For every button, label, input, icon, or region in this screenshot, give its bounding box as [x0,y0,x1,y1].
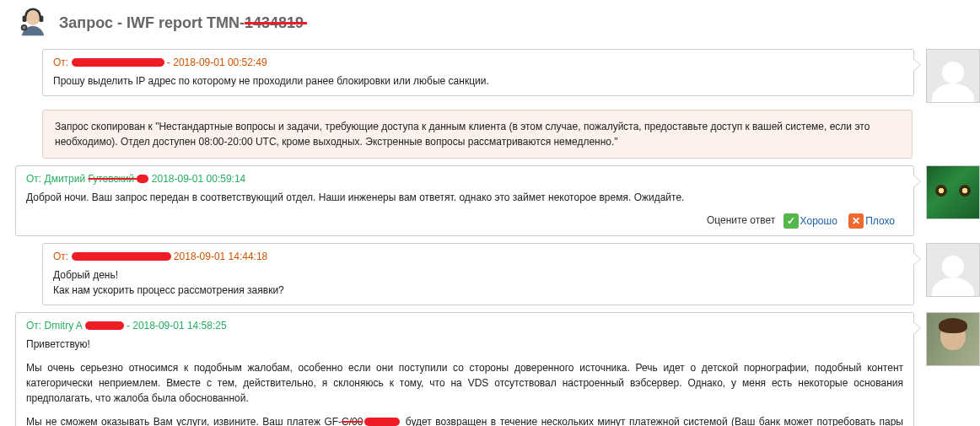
message-timestamp: 2018-09-01 14:44:18 [174,251,267,262]
message-row: От: Дмитрий Гутовский 2018-09-01 00:59:1… [0,165,980,236]
message-meta: От: - 2018-09-01 00:52:49 [53,57,903,68]
author-name-redacted: Гутовский [89,173,137,185]
system-notice-text: Запрос скопирован к "Нестандартные вопро… [55,119,900,149]
message-row: От: 2018-09-01 14:44:18 Добрый день! Как… [0,243,980,305]
ticket-title-text: Запрос - IWF report TMN- [59,14,245,31]
message-meta: От: Dmitry A - 2018-09-01 14:58:25 [26,320,903,332]
message-bubble-staff: От: Dmitry A - 2018-09-01 14:58:25 Приве… [15,312,914,426]
message-timestamp: 2018-09-01 00:52:49 [173,57,267,68]
avatar-anonymous [926,49,980,103]
rate-row: Оцените ответ ✓Хорошо ✕Плохо [26,213,903,229]
avatar-staff [926,312,980,366]
avatar-anonymous [926,243,980,297]
author-name: Dmitry A [45,320,83,332]
thumbs-down-icon[interactable]: ✕ [848,213,864,229]
svg-point-4 [23,26,26,30]
ticket-title: Запрос - IWF report TMN-1434819 [59,14,304,32]
rate-good-button[interactable]: Хорошо [800,215,837,227]
ticket-header: Запрос - IWF report TMN-1434819 [0,0,980,49]
author-name: Дмитрий [45,173,89,185]
system-row: Запрос скопирован к "Нестандартные вопро… [0,110,980,159]
message-timestamp: 2018-09-01 00:59:14 [152,173,245,185]
payment-id-redacted: C/00 [342,416,363,426]
message-body: Добрый день! Как нам ускорить процесс ра… [53,267,903,298]
message-row: От: Dmitry A - 2018-09-01 14:58:25 Приве… [0,312,980,426]
message-body: Доброй ночи. Ваш запрос передан в соотве… [26,190,903,205]
thumbs-up-icon[interactable]: ✓ [783,213,799,229]
svg-rect-1 [23,15,27,22]
payment-redact [364,418,400,426]
author-redacted [72,252,171,261]
message-meta: От: Дмитрий Гутовский 2018-09-01 00:59:1… [26,173,903,185]
payment-line: Мы не сможем оказывать Вам услуги, извин… [26,414,903,426]
message-body: Приветствую! Мы очень серьезно относимся… [26,337,903,426]
svg-rect-2 [40,15,44,22]
message-bubble-staff: От: Дмитрий Гутовский 2018-09-01 00:59:1… [15,165,914,236]
author-redacted [72,58,164,67]
message-bubble-client: От: - 2018-09-01 00:52:49 Прошу выделить… [42,49,914,96]
rate-bad-button[interactable]: Плохо [865,215,895,227]
ticket-id-redacted: 1434819 [245,14,304,31]
author-redact-dot [137,175,148,183]
message-timestamp: 2018-09-01 14:58:25 [132,320,226,332]
message-meta: От: 2018-09-01 14:44:18 [53,251,903,262]
message-body: Прошу выделить IP адрес по которому не п… [53,73,903,89]
message-row: От: - 2018-09-01 00:52:49 Прошу выделить… [0,49,980,103]
support-agent-icon [17,7,49,39]
from-label: От: [53,251,68,262]
from-label: От: [26,173,41,185]
from-label: От: [53,57,68,68]
system-notice: Запрос скопирован к "Нестандартные вопро… [42,110,913,159]
rate-label: Оцените ответ [707,214,775,226]
from-label: От: [26,320,41,332]
message-bubble-client: От: 2018-09-01 14:44:18 Добрый день! Как… [42,243,914,305]
avatar-staff [926,165,980,219]
author-redact-tail [85,321,124,330]
